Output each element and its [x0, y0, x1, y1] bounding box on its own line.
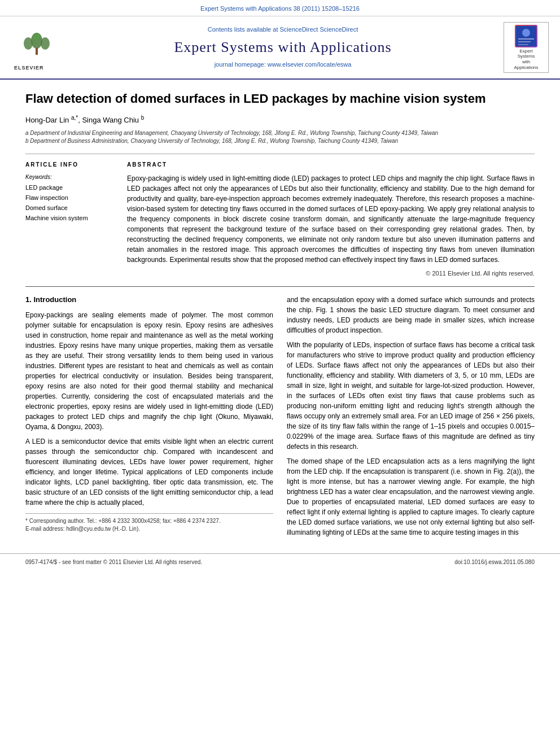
svg-rect-7	[518, 38, 534, 40]
journal-cover-image	[515, 25, 537, 47]
elsevier-logo-area: ELSEVIER	[11, 32, 62, 63]
bottom-bar: 0957-4174/$ - see front matter © 2011 El…	[0, 553, 560, 569]
keyword-2: Flaw inspection	[25, 194, 116, 203]
keyword-3: Domed surface	[25, 204, 116, 213]
body-content: 1. Introduction Epoxy-packings are seali…	[25, 295, 535, 542]
svg-point-4	[34, 33, 40, 41]
elsevier-wordmark: ELSEVIER	[14, 64, 59, 72]
sciencedirect-anchor[interactable]: ScienceDirect	[320, 26, 358, 33]
divider-1	[25, 154, 535, 154]
journal-header: ELSEVIER Contents lists available at Sci…	[0, 16, 560, 80]
journal-reference: Expert Systems with Applications 38 (201…	[200, 5, 360, 12]
section-1-para-right-3: The domed shape of the LED encapsulation…	[287, 456, 535, 538]
svg-rect-9	[518, 44, 528, 45]
article-info-abstract: ARTICLE INFO Keywords: LED package Flaw …	[25, 161, 535, 278]
footnote-corresponding: * Corresponding author. Tel.: +886 4 233…	[25, 517, 273, 525]
article-info-heading: ARTICLE INFO	[25, 161, 116, 169]
issn-line: 0957-4174/$ - see front matter © 2011 El…	[25, 558, 202, 567]
footnote-area: * Corresponding author. Tel.: +886 4 233…	[25, 513, 273, 533]
section-1-para-2: A LED is a semiconductor device that emi…	[25, 436, 273, 508]
journal-cover-svg	[516, 26, 536, 46]
elsevier-tree-svg	[17, 32, 56, 60]
affiliation-b: b Department of Business Administration,…	[25, 137, 535, 146]
footnote-email: E-mail address: hdlin@cyu.edu.tw (H.-D. …	[25, 525, 273, 533]
section-1-para-right-2: With the popularity of LEDs, inspection …	[287, 340, 535, 452]
svg-point-6	[522, 29, 530, 37]
top-bar: Expert Systems with Applications 38 (201…	[0, 0, 560, 16]
journal-logo-right: Expert Systems with Applications	[504, 22, 549, 73]
article-info-panel: ARTICLE INFO Keywords: LED package Flaw …	[25, 161, 116, 278]
paper-title: Flaw detection of domed surfaces in LED …	[25, 91, 535, 107]
svg-point-2	[41, 37, 50, 50]
doi-line: doi:10.1016/j.eswa.2011.05.080	[454, 558, 535, 567]
affiliation-a: a Department of Industrial Engineering a…	[25, 129, 535, 138]
svg-point-1	[24, 37, 33, 50]
elsevier-logo: ELSEVIER	[14, 32, 59, 63]
abstract-panel: ABSTRACT Epoxy-packaging is widely used …	[127, 161, 535, 278]
abstract-heading: ABSTRACT	[127, 161, 535, 169]
section-1-para-1: Epoxy-packings are sealing elements made…	[25, 310, 273, 432]
journal-title-area: Contents lists available at ScienceDirec…	[68, 25, 498, 69]
keyword-1: LED package	[25, 184, 116, 193]
sciencedirect-link[interactable]: Contents lists available at ScienceDirec…	[68, 25, 498, 34]
copyright-line: © 2011 Elsevier Ltd. All rights reserved…	[127, 269, 535, 278]
journal-homepage: journal homepage: www.elsevier.com/locat…	[68, 60, 498, 69]
body-right-column: and the encapsulation epoxy with a domed…	[287, 295, 535, 542]
keyword-4: Machine vision system	[25, 214, 116, 223]
authors-line: Hong-Dar Lin a,*, Singa Wang Chiu b	[25, 114, 535, 126]
body-left-column: 1. Introduction Epoxy-packings are seali…	[25, 295, 273, 542]
abstract-text: Epoxy-packaging is widely used in light-…	[127, 173, 535, 265]
svg-rect-3	[36, 48, 38, 55]
journal-title: Expert Systems with Applications	[68, 37, 498, 58]
author-names: Hong-Dar Lin a,*, Singa Wang Chiu b	[25, 116, 144, 124]
right-logo-label: Expert Systems with Applications	[514, 49, 538, 70]
section-1-heading: 1. Introduction	[25, 295, 273, 305]
section-1-para-right-1: and the encapsulation epoxy with a domed…	[287, 295, 535, 335]
main-content: Flaw detection of domed surfaces in LED …	[0, 80, 560, 553]
affiliations: a Department of Industrial Engineering a…	[25, 129, 535, 146]
section-divider	[25, 286, 535, 287]
keywords-label: Keywords:	[25, 173, 116, 182]
svg-rect-8	[518, 41, 531, 42]
